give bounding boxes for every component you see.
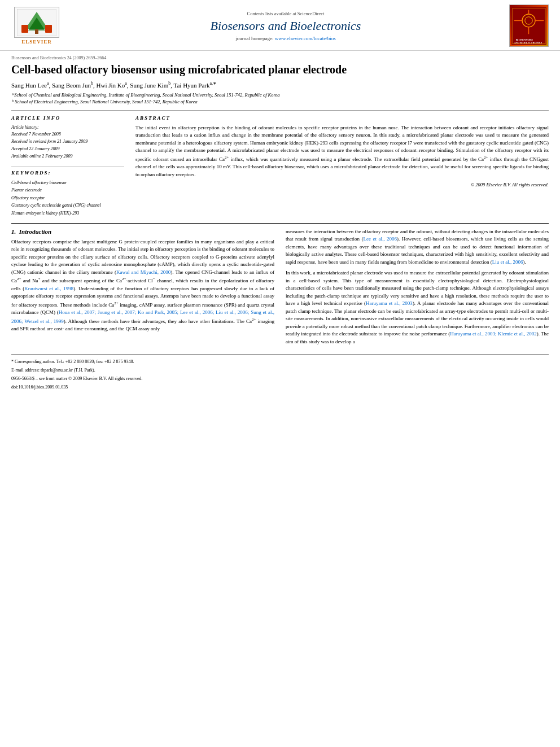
ref-lee2006: Lee et al., 2006 <box>364 236 397 242</box>
accepted-date: Accepted 22 January 2009 <box>11 146 124 153</box>
journal-homepage: journal homepage: www.elsevier.com/locat… <box>62 36 509 41</box>
affiliation-b: ᵇ School of Electrical Engineering, Seou… <box>11 99 549 104</box>
abstract-text: The initial event in olfactory perceptio… <box>135 124 549 179</box>
article-history: Article history: Received 7 November 200… <box>11 124 124 160</box>
journal-title-block: Contents lists available at ScienceDirec… <box>62 11 509 41</box>
footnote-corresponding: * Corresponding author. Tel.: +82 2 880 … <box>11 359 549 365</box>
keywords-header: Keywords: <box>11 170 124 176</box>
keywords-list: Cell-based olfactory biosensor Planar el… <box>11 179 124 217</box>
article-info-column: ARTICLE INFO Article history: Received 7… <box>11 115 124 217</box>
section-title-text: Introduction <box>19 228 51 235</box>
contents-note: Contents lists available at ScienceDirec… <box>62 11 509 16</box>
body-left-column: 1. Introduction Olfactory receptors comp… <box>11 228 274 350</box>
affiliation-a: ᵃ School of Chemical and Biological Engi… <box>11 92 549 98</box>
received-revised-date: Received in revised form 21 January 2009 <box>11 138 124 146</box>
homepage-label: journal homepage: <box>235 36 273 41</box>
svg-rect-3 <box>35 29 38 34</box>
ref-kawal: Kawal and Miyachi, 2000 <box>116 269 170 275</box>
article-content: Cell-based olfactory biosensor using mic… <box>0 63 560 404</box>
keyword-1: Cell-based olfactory biosensor <box>11 179 124 187</box>
homepage-link[interactable]: www.elsevier.com/locate/bios <box>275 36 336 41</box>
journal-name: Biosensors and Bioelectronics <box>62 19 509 33</box>
section-divider <box>11 223 549 224</box>
article-meta-top: Biosensors and Bioelectronics 24 (2009) … <box>0 51 560 63</box>
svg-text:BIOSENSORS: BIOSENSORS <box>516 38 533 41</box>
ref-haruyama: Haruyama et al., 2003 <box>366 300 413 306</box>
section-number: 1. <box>11 228 16 235</box>
body-right-column: measures the interaction between the olf… <box>286 228 549 350</box>
keywords-section: Keywords: Cell-based olfactory biosensor… <box>11 166 124 217</box>
authors: Sang Hun Leea, Sang Beom Junb, Hwi Jin K… <box>11 81 549 89</box>
svg-rect-4 <box>21 25 28 33</box>
abstract-column: ABSTRACT The initial event in olfactory … <box>135 115 549 217</box>
svg-text:AND BIOELECTRONICS: AND BIOELECTRONICS <box>514 41 542 44</box>
elsevier-logo: ELSEVIER <box>11 7 62 45</box>
footnote-email: E-mail address: thpark@snu.ac.kr (T.H. P… <box>11 367 549 374</box>
page: ELSEVIER Contents lists available at Sci… <box>0 0 560 747</box>
footnote-doi: doi:10.1016/j.bios.2009.01.035 <box>11 384 549 391</box>
intro-paragraph-2: measures the interaction between the olf… <box>286 228 549 267</box>
available-date: Available online 2 February 2009 <box>11 153 124 160</box>
elsevier-logo-image <box>14 7 59 38</box>
article-info-header: ARTICLE INFO <box>11 115 124 121</box>
body-content: 1. Introduction Olfactory receptors comp… <box>11 228 549 350</box>
ref-haruyama2: Haruyama et al., 2003; Klemic et al., 20… <box>450 331 536 337</box>
footnotes-section: * Corresponding author. Tel.: +82 2 880 … <box>11 355 549 391</box>
history-label: Article history: <box>11 124 124 132</box>
intro-section-title: 1. Introduction <box>11 228 274 235</box>
article-info-abstract-section: ARTICLE INFO Article history: Received 7… <box>11 110 549 217</box>
ref-houa: Houa et al., 2007; Joung et al., 2007; K… <box>11 309 274 324</box>
elsevier-brand-label: ELSEVIER <box>21 39 52 45</box>
intro-paragraph-3: In this work, a microfabricated planar e… <box>286 269 549 346</box>
abstract-header: ABSTRACT <box>135 115 549 121</box>
ref-liu2006: Liu et al., 2006 <box>492 259 523 265</box>
received-date: Received 7 November 2008 <box>11 131 124 138</box>
copyright-notice: © 2009 Elsevier B.V. All rights reserved… <box>135 182 549 187</box>
footnote-issn: 0956-5663/$ – see front matter © 2009 El… <box>11 375 549 382</box>
journal-thumbnail: BIOSENSORS AND BIOELECTRONICS <box>509 5 549 47</box>
keyword-3: Olfactory receptor <box>11 194 124 202</box>
svg-rect-5 <box>45 25 52 33</box>
keyword-4: Gustatory cyclic nucleotide gated (CNG) … <box>11 202 124 209</box>
keyword-5: Human embryonic kidney (HEK)-293 <box>11 209 124 217</box>
intro-paragraph-1: Olfactory receptors comprise the largest… <box>11 238 274 333</box>
ref-krautwurst: Krautwurst et al., 1998 <box>24 286 73 291</box>
journal-header: ELSEVIER Contents lists available at Sci… <box>0 0 560 51</box>
affiliations: ᵃ School of Chemical and Biological Engi… <box>11 92 549 104</box>
article-title: Cell-based olfactory biosensor using mic… <box>11 63 549 76</box>
keyword-2: Planar electrode <box>11 186 124 194</box>
journal-citation: Biosensors and Bioelectronics 24 (2009) … <box>11 55 106 60</box>
